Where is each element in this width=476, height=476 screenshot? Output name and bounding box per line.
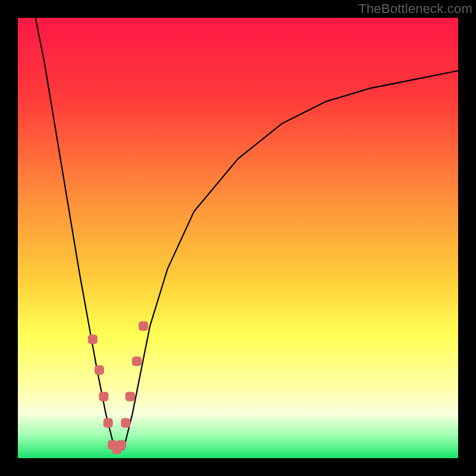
bottleneck-curve: [36, 18, 458, 449]
marker-point: [88, 334, 98, 344]
watermark-text: TheBottleneck.com: [358, 1, 472, 17]
marker-point: [139, 321, 148, 331]
marker-point: [132, 356, 142, 366]
curve-layer: [18, 18, 458, 458]
marker-point: [99, 392, 108, 401]
marker-point: [104, 418, 113, 428]
chart-frame: TheBottleneck.com: [0, 0, 476, 476]
marker-point: [95, 365, 104, 375]
marker-point: [117, 440, 126, 450]
plot-area: [18, 18, 458, 458]
sample-markers: [88, 321, 148, 454]
marker-point: [121, 418, 130, 428]
marker-point: [126, 392, 135, 401]
